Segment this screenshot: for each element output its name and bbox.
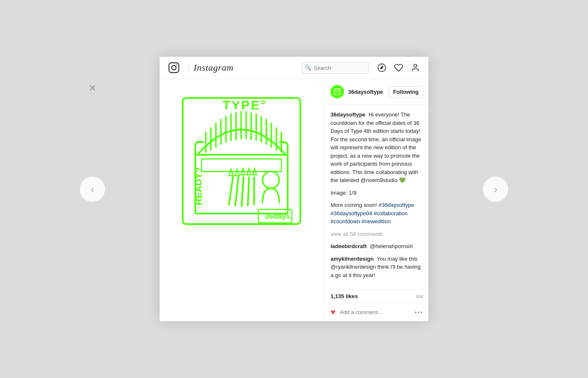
- add-comment-row: ♥ •••: [324, 303, 428, 321]
- comment-2: amykilnerdesign You may like this @ryank…: [331, 255, 423, 280]
- timestamp: 6w: [416, 294, 423, 299]
- instagram-header: Instagram 🔍: [160, 57, 428, 79]
- likes-count: 1,135 likes: [331, 293, 358, 299]
- prev-arrow[interactable]: ‹: [80, 177, 105, 202]
- post-header: 36daysoftype Following: [324, 79, 428, 105]
- svg-text:TYPE°: TYPE°: [223, 98, 267, 112]
- header-divider: [188, 63, 189, 72]
- svg-text:READY?: READY?: [193, 167, 204, 205]
- comment-1: ladeebirdcraft @helenahpornsiri: [331, 242, 423, 251]
- search-icon: 🔍: [305, 65, 311, 71]
- comment-1-username[interactable]: ladeebirdcraft: [331, 243, 367, 249]
- svg-point-5: [414, 64, 417, 67]
- instagram-camera-icon: [168, 62, 180, 74]
- view-all-comments[interactable]: view all 58 comments: [331, 230, 423, 238]
- overlay: ✕ ‹ Instagram 🔍: [0, 0, 588, 378]
- svg-rect-0: [169, 63, 178, 72]
- modal-content: TYPE° READY?: [160, 79, 428, 321]
- post-image: TYPE° READY?: [160, 79, 323, 243]
- post-caption: 36daysoftype Hi everyone! The countdown …: [331, 111, 423, 185]
- heart-icon[interactable]: [394, 63, 403, 72]
- caption-text: Hi everyone! The countdown for the offic…: [331, 111, 421, 183]
- post-image-container: TYPE° READY?: [160, 79, 323, 243]
- modal-container: ✕ ‹ Instagram 🔍: [0, 0, 588, 378]
- svg-rect-41: [334, 89, 340, 95]
- avatar: [331, 85, 344, 98]
- caption-hashtags: More coming soon! #36daysoftype #36dayso…: [331, 201, 423, 226]
- image-ref-text: Image: 1/9: [331, 190, 356, 196]
- caption-image-ref: Image: 1/9: [331, 189, 423, 197]
- profile-icon[interactable]: [411, 63, 420, 72]
- more-options[interactable]: •••: [415, 309, 423, 316]
- next-icon: ›: [494, 184, 498, 195]
- post-info-side: 36daysoftype Following 36daysoftype Hi e…: [323, 79, 428, 321]
- next-arrow[interactable]: ›: [483, 177, 508, 202]
- close-icon: ✕: [89, 83, 96, 94]
- svg-marker-4: [380, 66, 383, 69]
- header-search-container: 🔍: [302, 62, 369, 74]
- avatar-icon: [333, 88, 341, 95]
- instagram-modal: Instagram 🔍: [160, 57, 428, 321]
- comment-1-text: @helenahpornsiri: [370, 243, 413, 249]
- svg-point-1: [172, 66, 176, 70]
- following-button[interactable]: Following: [388, 86, 423, 98]
- add-comment-input[interactable]: [340, 309, 410, 315]
- svg-rect-42: [336, 90, 339, 92]
- header-icons: [377, 63, 420, 72]
- instagram-wordmark: Instagram: [194, 62, 234, 73]
- heart-button[interactable]: ♥: [331, 307, 336, 317]
- post-username[interactable]: 36daysoftype: [348, 89, 388, 95]
- caption-username[interactable]: 36daysoftype: [331, 111, 365, 118]
- prev-icon: ‹: [91, 184, 94, 195]
- svg-point-2: [176, 64, 177, 65]
- search-input[interactable]: [302, 62, 369, 74]
- close-button[interactable]: ✕: [84, 80, 101, 97]
- post-comments-area: 36daysoftype Hi everyone! The countdown …: [324, 105, 428, 290]
- likes-row: 1,135 likes 6w: [324, 290, 428, 303]
- more-text: More coming soon!: [331, 202, 378, 208]
- svg-text:36days: 36days: [265, 212, 290, 220]
- compass-icon[interactable]: [377, 63, 386, 72]
- comment-2-username[interactable]: amykilnerdesign: [331, 256, 374, 262]
